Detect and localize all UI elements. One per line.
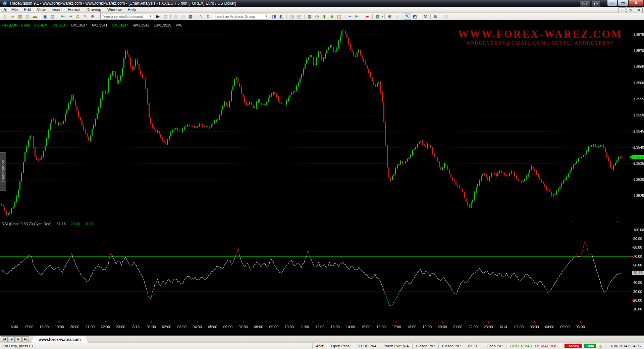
matrix-colors-icon[interactable]: ▰ xyxy=(364,13,371,20)
format-objects-icon[interactable]: ❖ xyxy=(89,13,96,20)
previous-workspace-button[interactable]: ◀ xyxy=(8,336,15,342)
insert-symbol-icon[interactable]: ◧ xyxy=(278,13,285,20)
rsi-axis-label: 60.00 xyxy=(633,263,642,267)
save-icon[interactable]: ▣ xyxy=(42,13,49,20)
session-calendar-icon[interactable]: ▦ xyxy=(306,13,313,20)
child-restore-button[interactable] xyxy=(627,7,634,13)
quote-board-icon[interactable]: ▦ xyxy=(187,13,194,20)
text-label-tool-icon[interactable]: ◩ xyxy=(411,13,419,20)
last-workspace-button[interactable]: ▶| xyxy=(22,336,29,342)
lock-icon[interactable]: ◘ xyxy=(74,13,82,20)
drawing-toolbar-icon[interactable]: ⚒ xyxy=(422,13,429,20)
symbol-lookup-icon[interactable]: ◎ xyxy=(162,13,169,20)
time-axis-label: 16:00 xyxy=(9,325,18,329)
menu-edit[interactable]: Edit xyxy=(21,7,34,12)
toolbar-separator xyxy=(286,14,287,19)
notes-disabled-icon: ▤ xyxy=(442,13,450,20)
open-workspace-icon[interactable]: ▰ xyxy=(9,13,16,20)
oe-macros-button[interactable]: OE MACROS xyxy=(535,344,557,348)
rsi-name: RSI (Close,9,30,70,Cyan,Red) xyxy=(2,222,52,226)
menu-help[interactable]: Help xyxy=(125,7,139,12)
alert-bell-icon[interactable] xyxy=(599,345,602,348)
first-workspace-button[interactable]: |◀ xyxy=(1,336,8,342)
chart-analysis-icon[interactable]: ∿ xyxy=(197,13,205,20)
toolbar-separator xyxy=(196,14,196,19)
menu-drawing[interactable]: Drawing xyxy=(84,7,104,12)
restore-button[interactable] xyxy=(618,0,628,6)
toolbar-separator xyxy=(362,14,362,19)
symbol-command-combo[interactable]: Type a symbol/command▼ xyxy=(100,13,153,19)
price-axis-label: 1.3565 xyxy=(633,65,644,69)
symbol-header-item-5: O=1.3537 xyxy=(112,23,128,27)
trading-status-badge[interactable]: Trading xyxy=(565,344,582,348)
symbol-command-combo-value: Type a symbol/command xyxy=(102,14,147,18)
next-workspace-button[interactable]: ▶ xyxy=(15,336,22,342)
close-button[interactable]: ✖ xyxy=(629,0,644,6)
child-close-button[interactable]: ✖ xyxy=(635,7,643,13)
menu-file[interactable]: File xyxy=(8,7,21,12)
rsi-value: 51.18 xyxy=(57,222,66,226)
run-command-icon[interactable]: ▶ xyxy=(154,13,162,20)
close-workspace-icon[interactable]: ▬ xyxy=(31,13,39,20)
time-axis-label: 23:00 xyxy=(484,325,493,329)
time-axis-label: 21:00 xyxy=(86,325,95,329)
decrease-bar-spacing-icon[interactable]: ⇥ xyxy=(346,13,353,20)
bar-style-icon[interactable]: ⱺ xyxy=(328,13,335,20)
time-axis-label: 06:00 xyxy=(223,325,233,329)
time-axis-label: 23:00 xyxy=(116,325,125,329)
price-axis-label: 1.3545 xyxy=(633,129,644,133)
time-axis-label: 17:00 xyxy=(24,325,34,329)
previous-window-icon[interactable]: ⇤ xyxy=(59,13,67,20)
time-axis-label: 08:00 xyxy=(254,325,263,329)
price-axis-label: 1.3570 xyxy=(633,49,644,53)
send-to-back-icon[interactable]: ◳ xyxy=(288,13,296,20)
format-painter-icon[interactable]: ✎ xyxy=(82,13,89,20)
strategy-button[interactable]: S▾ xyxy=(580,1,590,7)
analysis-group-combo[interactable]: Insert an Analysis Group▼ xyxy=(213,13,269,19)
symbol-header-item-2: L=1.3537 xyxy=(51,23,67,27)
save-all-workspaces-icon[interactable]: ▦ xyxy=(16,13,24,20)
chart-window-icon[interactable] xyxy=(1,7,7,12)
time-axis-label: 04:00 xyxy=(545,325,554,329)
analysis-group-combo-value: Insert an Analysis Group xyxy=(215,14,263,18)
price-chart-canvas[interactable] xyxy=(0,20,644,336)
status-segment-0: Acct: xyxy=(312,343,327,349)
new-tradingapp-window-icon[interactable]: ⊞ xyxy=(432,13,439,20)
sort-updown-icon[interactable]: ⇅ xyxy=(205,13,212,20)
zoom-in-icon[interactable]: ⊕ xyxy=(386,13,393,20)
menu-window[interactable]: Window xyxy=(104,7,125,12)
rsi-axis-label: 90.00 xyxy=(633,237,642,241)
new-workspace-icon[interactable]: ▯ xyxy=(2,13,9,20)
insert-study-icon[interactable]: ◨ xyxy=(270,13,278,20)
intellimarket-button[interactable]: I▾ xyxy=(591,1,600,7)
menu-format[interactable]: Format xyxy=(65,7,84,12)
window-title: TradeStation 9.1 - www.forex-warez.com -… xyxy=(9,1,236,6)
title-bar: TradeStation 9.1 - www.forex-warez.com -… xyxy=(0,0,644,7)
increase-bar-spacing-icon[interactable]: ⇤ xyxy=(353,13,361,20)
time-axis-label: 21:00 xyxy=(453,325,463,329)
child-minimize-button[interactable]: – xyxy=(618,7,626,13)
bring-to-front-icon[interactable]: ◰ xyxy=(296,13,303,20)
order-bar-button[interactable]: ORDER BAR xyxy=(510,344,532,348)
new-page-icon[interactable]: ▤ xyxy=(24,13,31,20)
menu-view[interactable]: View xyxy=(34,7,49,12)
rsi-indicator-header: RSI (Close,9,30,70,Cyan,Red) 51.18 70.00… xyxy=(2,222,94,226)
price-axis-label: 1.3540 xyxy=(633,145,644,149)
chevron-down-icon: ▼ xyxy=(265,15,268,18)
tradestation-window: TradeStation 9.1 - www.forex-warez.com -… xyxy=(0,0,644,349)
hollow-candle-style-icon[interactable]: ◫ xyxy=(335,13,343,20)
print-icon[interactable]: ▤ xyxy=(49,13,56,20)
menu-insert[interactable]: Insert xyxy=(49,7,65,12)
next-window-icon[interactable]: ⇥ xyxy=(67,13,74,20)
data-status-badge[interactable]: Data xyxy=(584,344,596,348)
minimize-button[interactable]: — xyxy=(607,0,618,6)
chart-colors-icon[interactable]: ▩ xyxy=(374,13,381,20)
candlestick-style-icon[interactable]: ▮ xyxy=(321,13,328,20)
pointer-tool-icon[interactable]: ↖ xyxy=(404,13,411,20)
time-axis-label: 03:00 xyxy=(177,325,187,329)
price-axis-label: 1.3530 xyxy=(633,178,644,182)
price-axis-label: 1.3555 xyxy=(633,97,644,101)
tradingapps-tab[interactable]: TradingApps xyxy=(0,152,6,191)
workspace-tab[interactable]: www.forex-warez.com xyxy=(31,336,88,343)
time-frame-clock-icon[interactable]: ◷ xyxy=(313,13,321,20)
